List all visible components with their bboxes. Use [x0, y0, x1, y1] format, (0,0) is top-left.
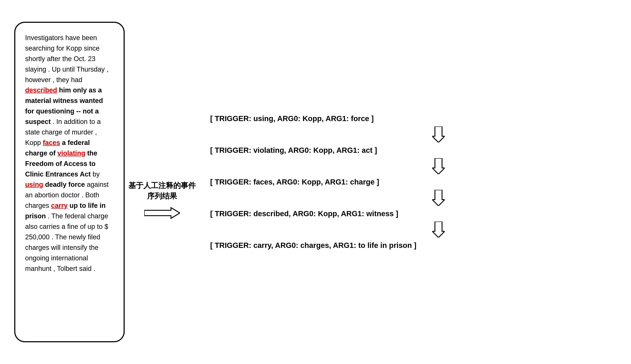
- svg-marker-2: [432, 158, 445, 174]
- down-arrow-2: [210, 156, 617, 176]
- trigger-2: [ TRIGGER: violating, ARG0: Kopp, ARG1: …: [210, 144, 377, 156]
- trigger-5: [ TRIGGER: carry, ARG0: charges, ARG1: t…: [210, 239, 416, 252]
- right-arrow-icon: [144, 207, 180, 219]
- svg-marker-0: [144, 208, 180, 218]
- trigger-faces: faces: [43, 139, 60, 146]
- main-container: Investigators have been searching for Ko…: [14, 11, 617, 353]
- chinese-label: 基于人工注释的事件 序列结果: [125, 180, 200, 202]
- sequence-section: [ TRIGGER: using, ARG0: Kopp, ARG1: forc…: [200, 112, 617, 252]
- down-arrow-3: [210, 188, 617, 208]
- trigger-violating: violating: [58, 150, 85, 157]
- down-arrow-1: [210, 125, 617, 144]
- trigger-carry: carry: [51, 202, 68, 209]
- trigger-4: [ TRIGGER: described, ARG0: Kopp, ARG1: …: [210, 208, 398, 220]
- normal-text-2: by: [92, 170, 100, 178]
- down-arrow-icon-4: [432, 222, 445, 238]
- trigger-described: described: [25, 86, 57, 94]
- svg-marker-3: [432, 190, 445, 206]
- trigger-1: [ TRIGGER: using, ARG0: Kopp, ARG1: forc…: [210, 112, 374, 125]
- down-arrow-icon-3: [432, 190, 445, 206]
- normal-text-4: . The federal charge also carries a fine…: [25, 212, 108, 272]
- down-arrow-icon-1: [432, 126, 445, 142]
- middle-section: 基于人工注释的事件 序列结果: [125, 180, 200, 219]
- down-arrow-4: [210, 220, 617, 239]
- text-box: Investigators have been searching for Ko…: [14, 22, 125, 342]
- svg-marker-1: [432, 126, 445, 142]
- svg-marker-4: [432, 222, 445, 238]
- down-arrow-icon-2: [432, 158, 445, 174]
- bold-text-4: deadly force: [45, 181, 85, 188]
- trigger-using: using: [25, 181, 43, 188]
- trigger-3: [ TRIGGER: faces, ARG0: Kopp, ARG1: char…: [210, 176, 379, 188]
- text-content: Investigators have been searching for Ko…: [25, 34, 109, 272]
